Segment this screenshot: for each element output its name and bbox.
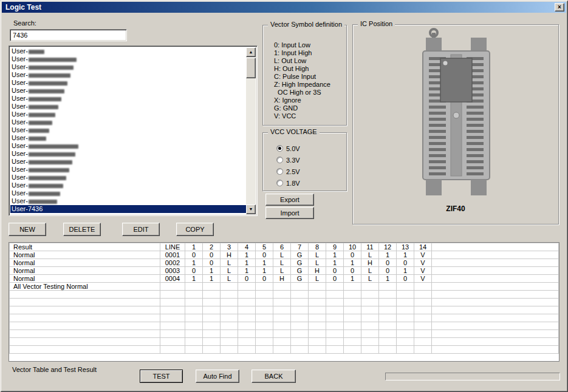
empty-cell (309, 306, 326, 314)
close-icon[interactable]: × (555, 3, 564, 12)
vector-symbol-lines: 0: Input Low1: Input HighL: Out LowH: Ou… (274, 41, 345, 120)
vcc-option-3-3v[interactable]: 3.3V (276, 154, 345, 166)
device-list[interactable]: ▲ ▼ User-User-User-User-User-User-User-U… (9, 46, 258, 216)
pin-value-cell: 1 (256, 259, 273, 267)
ic-position-title: IC Position (358, 20, 395, 27)
vcc-option-2-5v[interactable]: 2.5V (276, 166, 345, 177)
vector-symbol-line: G: GND (274, 104, 345, 112)
table-header-cell: LINE (160, 243, 185, 251)
pin-value-cell: 1 (379, 275, 397, 283)
device-list-item[interactable]: User- (10, 158, 245, 166)
pin-value-cell: H (309, 267, 326, 275)
empty-cell (273, 322, 291, 330)
device-list-item[interactable]: User- (10, 126, 245, 134)
empty-cell (309, 346, 326, 354)
device-list-item-prefix: User- (12, 158, 28, 165)
test-button[interactable]: TEST (140, 370, 183, 383)
device-list-item[interactable]: User- (10, 166, 245, 174)
search-input[interactable] (10, 29, 127, 41)
empty-cell (361, 330, 379, 338)
empty-cell (361, 306, 379, 314)
title-bar[interactable]: Logic Test × (2, 2, 566, 13)
empty-cell (397, 299, 414, 306)
device-list-item[interactable]: User- (10, 71, 245, 79)
device-list-item-selected[interactable]: User-7436 (10, 205, 256, 213)
device-list-item[interactable]: User- (10, 63, 245, 71)
device-list-item[interactable]: User- (10, 103, 245, 110)
device-list-item-redacted-text (29, 200, 57, 204)
empty-cell (256, 338, 273, 346)
filler-cell (432, 267, 559, 275)
device-list-item[interactable]: User- (10, 181, 245, 189)
scroll-down-icon[interactable]: ▼ (246, 204, 256, 214)
delete-button[interactable]: DELETE (63, 223, 101, 236)
empty-cell (309, 314, 326, 322)
scrollbar-thumb[interactable] (246, 58, 256, 78)
pin-value-cell: L (361, 267, 379, 275)
empty-cell (309, 322, 326, 330)
device-list-item[interactable]: User- (10, 79, 245, 87)
copy-button[interactable]: COPY (176, 223, 214, 236)
result-cell: Normal (10, 251, 160, 259)
auto-find-button[interactable]: Auto Find (196, 370, 239, 383)
export-button[interactable]: Export (265, 194, 314, 206)
empty-cell (160, 291, 185, 299)
device-list-item[interactable]: User- (10, 55, 245, 63)
back-button[interactable]: BACK (251, 370, 296, 383)
pin-value-cell: G (291, 259, 309, 267)
empty-cell (379, 322, 397, 330)
empty-cell (256, 322, 273, 330)
device-list-item-redacted-text (29, 121, 52, 125)
vcc-option-1-8v[interactable]: 1.8V (276, 177, 345, 189)
pin-value-cell: L (273, 267, 291, 275)
empty-cell (432, 283, 559, 291)
device-list-item[interactable]: User- (10, 110, 245, 118)
device-list-item[interactable]: User- (10, 118, 245, 126)
empty-cell (185, 330, 203, 338)
device-list-item[interactable]: User- (10, 174, 245, 181)
radio-icon[interactable] (276, 168, 283, 175)
device-list-item[interactable]: User- (10, 150, 245, 158)
pin-value-cell: 1 (397, 267, 414, 275)
new-button[interactable]: NEW (9, 223, 46, 236)
empty-cell (344, 314, 361, 322)
radio-icon[interactable] (276, 157, 283, 163)
pin-value-cell: 0 (256, 275, 273, 283)
filler-cell (432, 275, 559, 283)
device-list-item[interactable]: User- (10, 189, 245, 197)
empty-cell (160, 283, 185, 291)
pin-value-cell: 0 (379, 267, 397, 275)
device-list-item[interactable]: User- (10, 47, 245, 55)
vcc-options: 5.0V3.3V2.5V1.8V (276, 143, 345, 189)
empty-cell (203, 338, 221, 346)
empty-cell (326, 283, 344, 291)
table-empty-row (10, 330, 559, 338)
device-list-item[interactable]: User- (10, 134, 245, 142)
empty-cell (432, 299, 559, 306)
device-list-item[interactable]: User- (10, 87, 245, 95)
radio-icon[interactable] (276, 145, 283, 152)
table-row: Normal000100H10LGL10L11V (10, 251, 559, 259)
device-list-item-redacted-text (29, 58, 77, 62)
empty-cell (291, 330, 309, 338)
pin-value-cell: 1 (256, 267, 273, 275)
device-list-item[interactable]: User- (10, 95, 245, 103)
empty-cell (397, 346, 414, 354)
empty-cell (361, 283, 379, 291)
empty-cell (361, 322, 379, 330)
device-list-item[interactable]: User- (10, 142, 245, 150)
empty-cell (160, 299, 185, 306)
edit-button[interactable]: EDIT (122, 223, 160, 236)
scroll-up-icon[interactable]: ▲ (246, 47, 256, 57)
pin-value-cell: L (221, 275, 238, 283)
vcc-option-5-0v[interactable]: 5.0V (276, 143, 345, 154)
table-header-cell (432, 243, 559, 251)
empty-cell (326, 314, 344, 322)
device-list-item[interactable]: User- (10, 197, 245, 205)
summary-cell: All Vector Testing Normal (10, 283, 160, 291)
import-button[interactable]: Import (265, 207, 314, 219)
pin-value-cell: 1 (185, 259, 203, 267)
radio-icon[interactable] (276, 180, 283, 186)
device-list-scrollbar[interactable]: ▲ ▼ (246, 47, 256, 214)
pin-value-cell: 1 (185, 275, 203, 283)
